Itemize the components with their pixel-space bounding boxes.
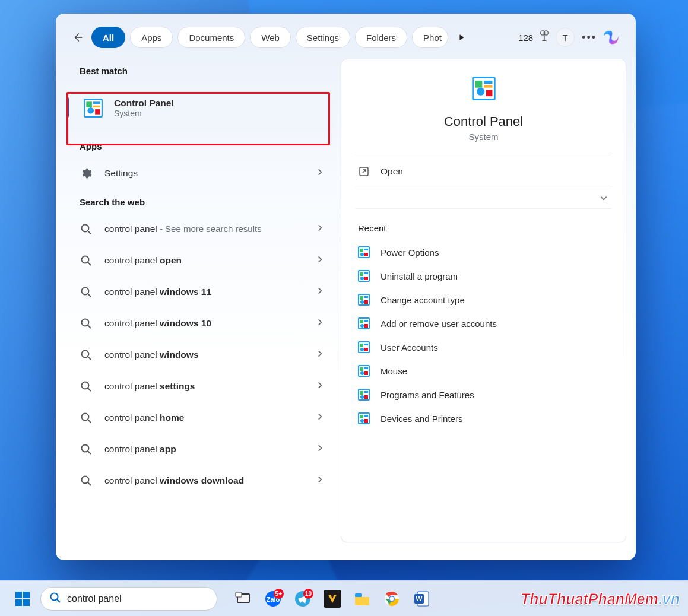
web-result[interactable]: control panel windows 11 bbox=[68, 276, 335, 307]
filter-settings[interactable]: Settings bbox=[296, 27, 350, 48]
svg-point-15 bbox=[82, 444, 89, 452]
svg-point-13 bbox=[82, 382, 89, 389]
control-panel-icon bbox=[471, 76, 496, 101]
svg-point-70 bbox=[360, 419, 364, 423]
result-label: control panel settings bbox=[104, 381, 195, 392]
svg-rect-45 bbox=[364, 320, 368, 322]
filters-overflow-button[interactable] bbox=[453, 27, 471, 48]
svg-point-16 bbox=[82, 476, 89, 483]
recent-label: Mouse bbox=[381, 366, 407, 376]
search-icon bbox=[78, 253, 94, 268]
result-label: control panel windows download bbox=[104, 475, 244, 486]
search-icon bbox=[78, 347, 94, 363]
chevron-right-icon bbox=[316, 224, 324, 234]
web-result[interactable]: control panel open bbox=[68, 245, 335, 276]
recent-item[interactable]: Devices and Printers bbox=[356, 407, 611, 430]
start-search-window: All Apps Documents Web Settings Folders … bbox=[56, 14, 636, 560]
recent-label: Uninstall a program bbox=[381, 271, 458, 281]
recent-item[interactable]: Power Options bbox=[356, 240, 611, 264]
web-result[interactable]: control panel home bbox=[68, 402, 335, 433]
recent-label: User Accounts bbox=[381, 342, 438, 353]
filter-apps[interactable]: Apps bbox=[130, 27, 173, 48]
account-avatar[interactable]: T bbox=[556, 28, 575, 47]
rewards-icon[interactable] bbox=[538, 30, 551, 45]
recent-item[interactable]: User Accounts bbox=[356, 335, 611, 359]
search-icon bbox=[78, 410, 94, 426]
filter-folders[interactable]: Folders bbox=[355, 27, 407, 48]
search-icon bbox=[49, 592, 61, 606]
back-button[interactable] bbox=[69, 28, 87, 46]
action-label: Open bbox=[381, 166, 403, 177]
svg-text:W: W bbox=[416, 595, 423, 603]
svg-rect-32 bbox=[360, 272, 363, 276]
svg-rect-62 bbox=[360, 391, 363, 395]
recent-label: Power Options bbox=[381, 247, 439, 258]
web-result[interactable]: control panel windows bbox=[68, 339, 335, 370]
svg-rect-59 bbox=[364, 371, 368, 375]
svg-rect-21 bbox=[484, 85, 492, 88]
actions-expand-button[interactable] bbox=[356, 188, 611, 209]
recent-item[interactable]: Uninstall a program bbox=[356, 264, 611, 288]
start-button[interactable] bbox=[11, 587, 34, 611]
result-detail-pane: Control Panel System Open Recent Power O… bbox=[335, 59, 636, 542]
chevron-right-icon bbox=[316, 475, 324, 486]
app-result-settings[interactable]: Settings bbox=[68, 157, 335, 189]
taskbar-search-input[interactable] bbox=[67, 593, 208, 604]
filter-photos[interactable]: Phot bbox=[412, 27, 448, 48]
taskbar-app-taskview[interactable] bbox=[232, 587, 255, 611]
copilot-icon[interactable] bbox=[604, 28, 622, 46]
best-match-title: Control Panel bbox=[114, 98, 174, 109]
svg-rect-79 bbox=[236, 592, 242, 597]
taskbar-app-word[interactable]: W bbox=[410, 587, 433, 611]
chevron-right-icon bbox=[316, 168, 324, 179]
svg-point-64 bbox=[360, 395, 364, 399]
taskbar-app-explorer[interactable] bbox=[350, 587, 374, 611]
svg-point-10 bbox=[82, 287, 89, 294]
chevron-right-icon bbox=[316, 287, 324, 297]
recent-item[interactable]: Programs and Features bbox=[356, 383, 611, 407]
svg-rect-84 bbox=[355, 593, 362, 597]
svg-rect-7 bbox=[95, 109, 100, 115]
svg-rect-38 bbox=[360, 296, 363, 300]
taskbar-app-chrome[interactable] bbox=[380, 587, 404, 611]
web-result[interactable]: control panel - See more search results bbox=[68, 213, 335, 245]
results-list-pane: Best match Control Panel System Apps Set… bbox=[56, 59, 335, 542]
svg-rect-47 bbox=[364, 324, 368, 328]
action-open[interactable]: Open bbox=[356, 155, 611, 188]
chevron-right-icon bbox=[316, 381, 324, 392]
taskbar-search-box[interactable] bbox=[40, 587, 217, 611]
filter-all[interactable]: All bbox=[91, 27, 125, 48]
filter-web[interactable]: Web bbox=[250, 27, 291, 48]
svg-rect-22 bbox=[486, 90, 492, 97]
web-result[interactable]: control panel settings bbox=[68, 370, 335, 402]
svg-rect-41 bbox=[364, 300, 368, 304]
svg-point-52 bbox=[360, 348, 364, 351]
section-best-match: Best match bbox=[68, 60, 335, 82]
filter-documents[interactable]: Documents bbox=[177, 27, 245, 48]
recent-item[interactable]: Change account type bbox=[356, 288, 611, 312]
svg-point-1 bbox=[544, 31, 548, 35]
svg-rect-27 bbox=[364, 249, 368, 250]
control-panel-icon bbox=[358, 317, 370, 329]
taskbar-app-zalo[interactable]: Zalo5+ bbox=[261, 587, 285, 611]
best-match-result[interactable]: Control Panel System bbox=[66, 85, 335, 131]
more-options-button[interactable]: ••• bbox=[579, 31, 599, 44]
recent-label: Programs and Features bbox=[381, 390, 474, 400]
result-label: control panel app bbox=[104, 444, 176, 455]
result-label: control panel windows bbox=[104, 350, 199, 360]
best-match-subtitle: System bbox=[114, 109, 174, 118]
svg-rect-50 bbox=[360, 344, 363, 347]
svg-rect-51 bbox=[364, 344, 368, 345]
recent-item[interactable]: Add or remove user accounts bbox=[356, 312, 611, 335]
svg-rect-72 bbox=[15, 592, 22, 598]
recent-label: Add or remove user accounts bbox=[381, 319, 497, 329]
recent-item[interactable]: Mouse bbox=[356, 359, 611, 383]
taskbar-app-telegram[interactable]: 10 bbox=[291, 587, 315, 611]
web-result[interactable]: control panel windows 10 bbox=[68, 307, 335, 339]
web-result[interactable]: control panel windows download bbox=[68, 465, 335, 496]
svg-point-40 bbox=[360, 300, 364, 304]
chevron-right-icon bbox=[316, 350, 324, 360]
section-apps: Apps bbox=[68, 131, 335, 157]
taskbar-app-v[interactable] bbox=[321, 587, 344, 611]
web-result[interactable]: control panel app bbox=[68, 433, 335, 465]
